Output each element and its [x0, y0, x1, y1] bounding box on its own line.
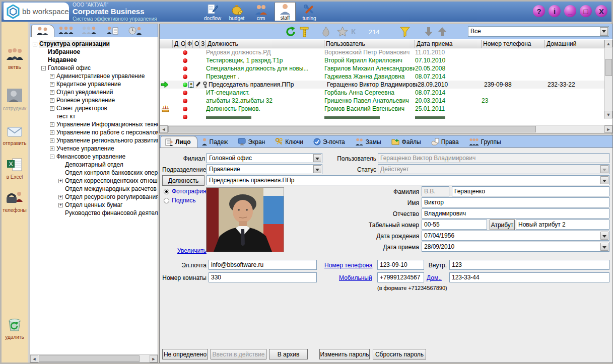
tree-item[interactable]: +Административное управление	[30, 72, 158, 80]
tab-files[interactable]: Файлы	[387, 136, 427, 148]
info-button[interactable]: i	[549, 5, 561, 17]
column-header[interactable]: З	[199, 40, 206, 48]
scroll-left-icon[interactable]: ◄	[160, 125, 168, 133]
letter-k-icon[interactable]: К	[351, 27, 356, 36]
scroll-right-icon[interactable]: ►	[150, 355, 158, 362]
not-defined-button[interactable]: Не определено	[162, 349, 208, 359]
refresh-icon[interactable]	[285, 26, 296, 37]
star-icon[interactable]	[337, 26, 348, 37]
chevron-down-icon[interactable]	[313, 154, 321, 162]
position-combobox[interactable]: Председатель правления.ППр	[207, 175, 609, 185]
scroll-thumb[interactable]	[605, 59, 612, 76]
hire-date-picker[interactable]: 28/09/2010	[422, 242, 609, 252]
scroll-thumb[interactable]	[168, 126, 536, 132]
sidebar-item-branch[interactable]: ветвь	[2, 48, 28, 70]
sidebar-item-employee[interactable]: сотрудник	[2, 88, 28, 111]
ruler-icon[interactable]	[300, 26, 309, 37]
mobile-field[interactable]: +79991234567	[377, 272, 424, 282]
table-row[interactable]: атыбаты 32.атыбаты 32Гришенко Павел Анат…	[160, 97, 604, 105]
column-header[interactable]: О	[193, 40, 199, 48]
tree-item[interactable]: Отдел международных расчетов	[30, 185, 158, 193]
expand-toggle-icon[interactable]: +	[58, 179, 63, 183]
table-row[interactable]: Должность Громов.Громов Василий Евгеньев…	[160, 105, 604, 113]
tree-item[interactable]: +Управление регионального развития	[30, 136, 158, 144]
module-docflow[interactable]: docflow	[202, 2, 223, 21]
tree-item[interactable]: +Отдел ресурсного регулирования	[30, 193, 158, 201]
tree-item[interactable]: -Головной офис	[30, 64, 158, 72]
tree-item[interactable]: +Совет директоров	[30, 104, 158, 112]
tree-item[interactable]: Депозитарный отдел	[30, 161, 158, 169]
expand-toggle-icon[interactable]: +	[50, 98, 54, 103]
chevron-down-icon[interactable]	[313, 165, 321, 173]
scroll-right-icon[interactable]: ►	[604, 125, 612, 133]
tab-case[interactable]: Падеж	[197, 136, 234, 148]
internal-phone-field[interactable]: 123	[449, 260, 609, 270]
grid-vertical-scrollbar[interactable]: ▲ ▼	[604, 40, 612, 119]
table-row[interactable]: Специальная должность для новы...Гаврило…	[160, 64, 604, 72]
column-header-date[interactable]: Дата приема	[415, 40, 482, 48]
expand-toggle-icon[interactable]: +	[50, 106, 54, 111]
room-field[interactable]: 330	[209, 272, 317, 282]
photo-radio[interactable]: Фотография	[164, 188, 206, 195]
tree-item[interactable]: Отдел контроля банковских опера	[30, 169, 158, 177]
table-row[interactable]: Президент .Гаджиева Жанна Давидовна 08.0…	[160, 72, 604, 81]
table-row[interactable]: Тестировщик, 1 разряд.Т1рВторой Кирилл К…	[160, 56, 604, 64]
module-tuning[interactable]: tuning	[299, 2, 320, 21]
tree-tab-structure[interactable]	[31, 25, 54, 37]
tree-horizontal-scrollbar[interactable]: ◄ ►	[30, 354, 158, 362]
column-header-home[interactable]: Домашний	[545, 40, 604, 48]
sidebar-item-phones[interactable]: телефоны	[2, 191, 28, 213]
tree-item[interactable]: Избранное	[30, 48, 158, 56]
tree-item[interactable]: -Структура организации	[30, 40, 158, 48]
enlarge-photo-link[interactable]: Увеличить	[177, 247, 207, 254]
sidebar-item-excel[interactable]: X в Excel	[2, 158, 28, 180]
tree-item[interactable]: +Управление по работе с персоналом	[30, 128, 158, 136]
change-password-button[interactable]: Изменить пароль	[319, 349, 370, 359]
home-phone-field[interactable]: 123-33-44	[449, 272, 609, 282]
patronymic-field[interactable]: Владимирович	[422, 208, 609, 219]
tab-screen[interactable]: Экран	[234, 136, 271, 148]
tab-deputies[interactable]: Замы	[351, 136, 387, 148]
tree-tab-dismissed[interactable]	[78, 25, 101, 37]
tree-item[interactable]: +Учетное управление	[30, 144, 158, 153]
tree-tab-report[interactable]	[101, 25, 124, 37]
expand-toggle-icon[interactable]: +	[50, 90, 54, 95]
tab-email[interactable]: Э-почта	[309, 136, 351, 148]
column-header[interactable]: Д	[173, 40, 179, 48]
module-staff[interactable]: staff	[275, 2, 296, 21]
table-row[interactable]: ИТ-специалист.Горбань Анна Сергеевна 08.…	[160, 89, 604, 97]
sidebar-item-send[interactable]: отправить	[2, 125, 28, 146]
chevron-down-icon[interactable]	[600, 176, 608, 184]
column-header-indicator[interactable]	[160, 40, 173, 48]
activate-button[interactable]: Ввести в действие	[211, 349, 266, 359]
tree-item[interactable]: Руководство финансовой деятель	[30, 209, 158, 217]
expand-toggle-icon[interactable]: +	[58, 195, 63, 199]
branch-combobox[interactable]: Головной офис	[207, 153, 322, 163]
chevron-down-icon[interactable]	[600, 232, 608, 240]
tree-item[interactable]: +Управление Информационных технол	[30, 120, 158, 128]
expand-toggle-icon[interactable]: -	[33, 42, 37, 46]
flame-icon[interactable]	[322, 26, 330, 37]
phone-field[interactable]: 123-09-10	[377, 260, 424, 270]
maximize-button[interactable]: □	[580, 5, 592, 17]
tree-tab-staff-list[interactable]	[54, 25, 78, 37]
close-button[interactable]: X	[595, 5, 607, 17]
scroll-down-icon[interactable]: ▼	[604, 111, 612, 118]
column-header[interactable]: Ф	[186, 40, 193, 48]
expand-toggle-icon[interactable]: -	[41, 66, 46, 70]
chevron-down-icon[interactable]	[600, 243, 608, 251]
module-crm[interactable]: crm	[250, 2, 271, 21]
help-button[interactable]: ?	[533, 5, 545, 17]
surname-field[interactable]: Геращенко	[452, 186, 609, 196]
tree-item[interactable]: +Отдел корреспондентских отноше	[30, 177, 158, 185]
arrow-up-icon[interactable]	[438, 26, 447, 37]
attribute-field[interactable]: Новый атрибут 2	[516, 220, 609, 230]
department-combobox[interactable]: Правление	[207, 164, 322, 174]
column-header-position[interactable]: Должность	[206, 40, 324, 48]
expand-toggle-icon[interactable]: +	[50, 74, 54, 79]
tree-item[interactable]: Недавнее	[30, 56, 158, 64]
scroll-thumb[interactable]	[39, 355, 140, 362]
position-button[interactable]: Должность	[162, 175, 205, 186]
column-header-phone[interactable]: Номер телефона	[482, 40, 545, 48]
table-row-partial[interactable]	[160, 113, 604, 119]
